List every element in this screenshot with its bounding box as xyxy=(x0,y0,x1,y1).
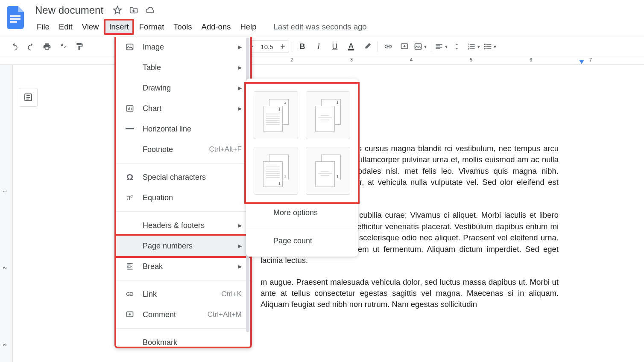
menu-help[interactable]: Help xyxy=(236,20,261,34)
menu-addons[interactable]: Add-ons xyxy=(197,20,235,34)
insert-menu-dropdown: Image ▶ Table ▶ Drawing ▶ Chart ▶ Horizo… xyxy=(114,37,252,348)
comment-icon xyxy=(125,309,135,320)
chevron-right-icon: ▶ xyxy=(238,85,242,91)
menu-bar: File Edit View Insert Format Tools Add-o… xyxy=(32,19,637,35)
menu-edit[interactable]: Edit xyxy=(55,20,77,34)
doc-info: New document File Edit View Insert Forma… xyxy=(32,3,637,35)
paragraph-3: m augue. Praesent malesuada vehicula dol… xyxy=(261,277,559,310)
horizontal-ruler[interactable]: 2 3 4 5 6 7 xyxy=(0,56,644,65)
underline-button[interactable]: U xyxy=(327,39,342,54)
submenu-more-options[interactable]: More options xyxy=(246,202,358,223)
menu-item-bookmark[interactable]: Bookmark xyxy=(116,332,250,348)
svg-rect-0 xyxy=(10,15,20,17)
divider xyxy=(116,163,250,163)
menu-view[interactable]: View xyxy=(78,20,103,34)
menu-item-horizontal-line[interactable]: Horizontal line xyxy=(116,119,250,139)
menu-format[interactable]: Format xyxy=(135,20,169,34)
chevron-right-icon: ▶ xyxy=(238,106,242,111)
format-paint-button[interactable] xyxy=(72,39,87,54)
insert-image-button[interactable]: ▼ xyxy=(413,39,428,54)
chevron-right-icon: ▶ xyxy=(238,44,242,50)
app-header: New document File Edit View Insert Forma… xyxy=(0,0,644,37)
menu-item-headers-footers[interactable]: Headers & footers ▶ xyxy=(116,215,250,236)
menu-item-image[interactable]: Image ▶ xyxy=(116,37,250,57)
chart-icon xyxy=(125,103,135,114)
image-icon xyxy=(125,42,135,52)
comment-button[interactable] xyxy=(397,39,412,54)
divider xyxy=(116,328,250,329)
menu-item-table[interactable]: Table ▶ xyxy=(116,57,250,78)
cloud-status-icon[interactable] xyxy=(145,6,155,15)
bullet-list-button[interactable]: ▼ xyxy=(483,39,498,54)
font-size-increase[interactable]: + xyxy=(277,41,289,53)
line-spacing-button[interactable] xyxy=(450,39,465,54)
svg-point-6 xyxy=(484,44,486,45)
menu-item-page-numbers[interactable]: Page numbers ▶ xyxy=(114,234,252,258)
page-numbers-submenu: 2 1 1 2 1 1 More options Page count xyxy=(246,79,358,257)
menu-item-break[interactable]: Break ▶ xyxy=(116,256,250,277)
submenu-page-count[interactable]: Page count xyxy=(246,231,358,251)
svg-point-8 xyxy=(484,48,486,49)
outline-toggle-button[interactable] xyxy=(19,88,38,107)
chevron-right-icon: ▶ xyxy=(238,243,242,249)
link-button[interactable] xyxy=(381,39,396,54)
divider xyxy=(246,227,358,227)
redo-button[interactable] xyxy=(23,39,38,54)
chevron-right-icon: ▶ xyxy=(238,264,242,269)
svg-rect-2 xyxy=(10,21,17,23)
spellcheck-button[interactable] xyxy=(56,39,71,54)
menu-item-footnote[interactable]: Footnote Ctrl+Alt+F xyxy=(116,139,250,160)
menu-item-link[interactable]: Link Ctrl+K xyxy=(116,284,250,304)
toolbar: ▼ − 10.5 + B I U ▼ ▼ ▼ ▼ xyxy=(0,37,644,56)
move-icon[interactable] xyxy=(129,6,138,15)
vertical-ruler[interactable]: 1 2 3 xyxy=(0,65,13,362)
right-indent-marker[interactable] xyxy=(579,60,584,64)
page-number-option-footer-right-skip-first[interactable]: 1 xyxy=(306,147,350,195)
bold-button[interactable]: B xyxy=(295,39,310,54)
docs-logo-icon[interactable] xyxy=(7,6,24,29)
menu-tools[interactable]: Tools xyxy=(169,20,196,34)
horizontal-line-icon xyxy=(125,124,135,134)
svg-rect-1 xyxy=(10,18,20,20)
highlight-button[interactable] xyxy=(360,39,375,54)
doc-title[interactable]: New document xyxy=(32,3,106,17)
menu-insert[interactable]: Insert xyxy=(104,19,134,35)
numbered-list-button[interactable]: ▼ xyxy=(466,39,482,54)
divider xyxy=(116,211,250,212)
align-button[interactable]: ▼ xyxy=(434,39,449,54)
omega-icon: Ω xyxy=(125,172,135,182)
svg-rect-12 xyxy=(126,128,134,129)
undo-button[interactable] xyxy=(7,39,22,54)
svg-rect-3 xyxy=(348,49,354,50)
page-number-option-footer-right[interactable]: 2 1 xyxy=(254,147,298,195)
link-icon xyxy=(125,289,135,299)
menu-item-chart[interactable]: Chart ▶ xyxy=(116,98,250,119)
page-number-option-header-right[interactable]: 2 1 xyxy=(254,91,298,139)
print-button[interactable] xyxy=(39,39,55,54)
menu-item-drawing[interactable]: Drawing ▶ xyxy=(116,78,250,98)
last-edit-link[interactable]: Last edit was seconds ago xyxy=(274,22,367,32)
break-icon xyxy=(125,261,135,272)
divider xyxy=(116,280,250,280)
italic-button[interactable]: I xyxy=(311,39,326,54)
menu-item-equation[interactable]: π² Equation xyxy=(116,187,250,208)
page-number-option-header-right-skip-first[interactable]: 1 xyxy=(306,91,350,139)
font-size-value[interactable]: 10.5 xyxy=(257,43,277,50)
menu-item-comment[interactable]: Comment Ctrl+Alt+M xyxy=(116,304,250,325)
equation-icon: π² xyxy=(125,193,135,203)
svg-point-7 xyxy=(484,46,486,47)
text-color-button[interactable] xyxy=(343,39,359,54)
menu-file[interactable]: File xyxy=(32,20,54,34)
chevron-right-icon: ▶ xyxy=(238,65,242,70)
star-icon[interactable] xyxy=(113,6,122,15)
chevron-right-icon: ▶ xyxy=(238,223,242,228)
menu-item-special-chars[interactable]: Ω Special characters xyxy=(116,167,250,187)
